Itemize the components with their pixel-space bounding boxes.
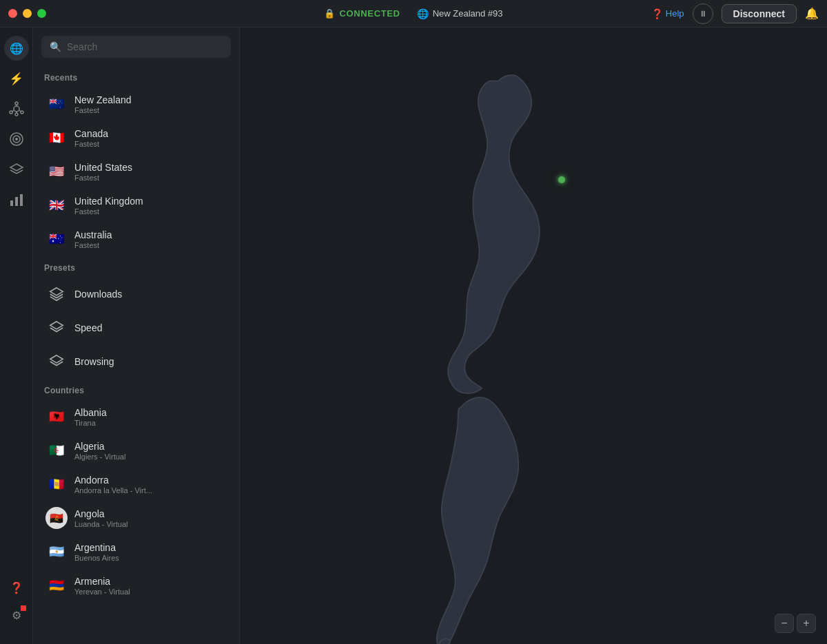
recent-nz-name: New Zealand	[74, 94, 132, 105]
help-nav-icon: ❓	[10, 581, 23, 594]
map-area: − +	[240, 28, 827, 644]
search-input[interactable]	[67, 41, 223, 52]
preset-speed[interactable]: Speed	[37, 311, 235, 344]
map-controls: − +	[775, 614, 816, 633]
andorra-name: Andorra	[74, 475, 152, 486]
recent-canada[interactable]: 🇨🇦 Canada Fastest	[37, 121, 235, 154]
flag-au: 🇦🇺	[45, 228, 68, 250]
recent-united-kingdom[interactable]: 🇬🇧 United Kingdom Fastest	[37, 189, 235, 222]
flag-new-zealand: 🇳🇿	[45, 93, 68, 115]
icon-rail: 🌐 ⚡	[0, 28, 33, 644]
search-icon: 🔍	[50, 41, 61, 52]
recent-ca-name: Canada	[74, 128, 108, 139]
algeria-name: Algeria	[74, 441, 125, 452]
angola-text: Angola Luanda - Virtual	[74, 508, 127, 528]
nav-network[interactable]	[4, 96, 29, 121]
country-argentina[interactable]: 🇦🇷 Argentina Buenos Aires	[37, 535, 235, 568]
country-angola[interactable]: 🇦🇴 Angola Luanda - Virtual	[37, 501, 235, 534]
help-button[interactable]: ❓ Help	[651, 8, 684, 19]
settings-icon: ⚙	[12, 609, 21, 622]
recent-uk-text: United Kingdom Fastest	[74, 196, 143, 216]
zoom-out-button[interactable]: −	[775, 614, 794, 633]
recent-ca-text: Canada Fastest	[74, 128, 108, 148]
algeria-text: Algeria Algiers - Virtual	[74, 441, 125, 461]
zoom-in-button[interactable]: +	[797, 614, 816, 633]
maximize-button[interactable]	[37, 9, 46, 18]
flag-argentina: 🇦🇷	[45, 541, 68, 563]
recent-au-text: Australia Fastest	[74, 229, 112, 249]
flag-andorra: 🇦🇩	[45, 473, 68, 495]
svg-point-2	[15, 113, 18, 116]
recent-nz-sub: Fastest	[74, 106, 132, 114]
preset-downloads[interactable]: Downloads	[37, 278, 235, 311]
svg-point-0	[14, 106, 19, 112]
bottom-nav: ❓ ⚙	[4, 575, 29, 636]
pause-button[interactable]: ⏸	[693, 3, 713, 24]
angola-sub: Luanda - Virtual	[74, 520, 127, 528]
svg-line-8	[19, 110, 21, 112]
preset-browsing-text: Browsing	[74, 356, 114, 367]
flag-us: 🇺🇸	[45, 160, 68, 183]
disconnect-button[interactable]: Disconnect	[722, 4, 797, 23]
lock-icon: 🔒	[324, 8, 335, 19]
preset-downloads-text: Downloads	[74, 289, 122, 300]
downloads-icon	[45, 283, 68, 305]
flag-uk: 🇬🇧	[45, 194, 68, 216]
recent-new-zealand[interactable]: 🇳🇿 New Zealand Fastest	[37, 87, 235, 121]
flag-angola: 🇦🇴	[45, 507, 68, 529]
stats-icon	[9, 192, 24, 207]
close-button[interactable]	[8, 9, 17, 18]
recent-us-name: United States	[74, 162, 132, 173]
recent-united-states[interactable]: 🇺🇸 United States Fastest	[37, 155, 235, 188]
svg-rect-15	[20, 194, 23, 206]
recent-ca-sub: Fastest	[74, 140, 108, 148]
browsing-icon	[45, 351, 68, 373]
connected-label: CONNECTED	[339, 8, 400, 19]
help-icon: ❓	[651, 8, 663, 19]
flag-algeria: 🇩🇿	[45, 439, 68, 461]
armenia-name: Armenia	[74, 576, 130, 587]
svg-point-11	[15, 138, 18, 141]
nav-globe[interactable]: 🌐	[4, 36, 29, 61]
notification-button[interactable]: 🔔	[805, 7, 819, 20]
country-algeria[interactable]: 🇩🇿 Algeria Algiers - Virtual	[37, 434, 235, 467]
speed-icon	[45, 317, 68, 339]
recent-us-sub: Fastest	[74, 174, 132, 182]
country-armenia[interactable]: 🇦🇲 Armenia Yerevan - Virtual	[37, 569, 235, 602]
svg-rect-14	[15, 197, 18, 206]
preset-browsing[interactable]: Browsing	[37, 345, 235, 378]
presets-header: Presets	[33, 256, 239, 277]
argentina-name: Argentina	[74, 542, 119, 553]
minimize-button[interactable]	[23, 9, 32, 18]
nav-flash[interactable]: ⚡	[4, 66, 29, 91]
armenia-sub: Yerevan - Virtual	[74, 588, 130, 596]
country-andorra[interactable]: 🇦🇩 Andorra Andorra la Vella - Virt...	[37, 468, 235, 501]
nav-target[interactable]	[4, 127, 29, 152]
albania-text: Albania Tirana	[74, 407, 107, 427]
armenia-text: Armenia Yerevan - Virtual	[74, 576, 130, 596]
traffic-lights	[8, 9, 46, 18]
nav-help[interactable]: ❓	[4, 575, 29, 600]
sidebar: 🔍 Recents 🇳🇿 New Zealand Fastest 🇨🇦 Cana…	[33, 28, 240, 644]
search-box[interactable]: 🔍	[41, 36, 231, 58]
recent-australia[interactable]: 🇦🇺 Australia Fastest	[37, 222, 235, 256]
recents-header: Recents	[33, 66, 239, 87]
preset-speed-name: Speed	[74, 322, 102, 333]
server-label: 🌐 New Zealand #93	[417, 8, 503, 19]
svg-rect-13	[10, 200, 13, 206]
flag-albania: 🇦🇱	[45, 406, 68, 428]
globe-nav-icon: 🌐	[10, 42, 23, 55]
recent-nz-text: New Zealand Fastest	[74, 94, 132, 114]
search-container: 🔍	[33, 28, 239, 63]
country-albania[interactable]: 🇦🇱 Albania Tirana	[37, 400, 235, 433]
nav-settings[interactable]: ⚙	[4, 603, 29, 627]
layers-icon	[9, 162, 24, 177]
connected-badge: 🔒 CONNECTED	[324, 8, 400, 19]
argentina-sub: Buenos Aires	[74, 554, 119, 562]
nav-layers[interactable]	[4, 157, 29, 182]
main-layout: 🌐 ⚡	[0, 28, 827, 644]
flag-canada: 🇨🇦	[45, 127, 68, 149]
preset-browsing-name: Browsing	[74, 356, 114, 367]
nav-stats[interactable]	[4, 187, 29, 212]
bell-icon: 🔔	[805, 8, 819, 19]
